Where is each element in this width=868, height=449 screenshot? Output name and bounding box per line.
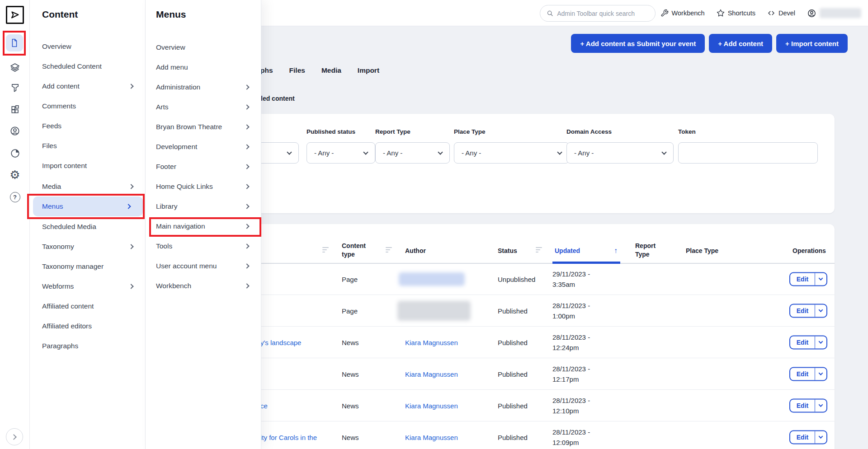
- edit-dropdown-toggle[interactable]: [815, 273, 826, 285]
- menu-item-bryan-brown-theatre[interactable]: Bryan Brown Theatre: [146, 117, 261, 137]
- sort-lines-icon[interactable]: [386, 247, 392, 253]
- content-title-link[interactable]: ity for Carols in the: [260, 433, 317, 441]
- subtab-scheduled-content-partial[interactable]: led content: [261, 95, 295, 102]
- column-header-status[interactable]: Status: [498, 247, 517, 255]
- content-menu-panel: Content Overview Scheduled Content Add c…: [30, 0, 146, 449]
- edit-split-button[interactable]: Edit: [789, 398, 827, 412]
- edit-split-button[interactable]: Edit: [789, 304, 827, 318]
- menu-item-media[interactable]: Media: [30, 177, 146, 196]
- menu-item-webforms[interactable]: Webforms: [30, 276, 146, 296]
- edit-dropdown-toggle[interactable]: [815, 368, 826, 380]
- rail-settings-button[interactable]: ⚙: [9, 169, 21, 181]
- menu-item-scheduled-content[interactable]: Scheduled Content: [30, 56, 146, 76]
- menu-item-overview[interactable]: Overview: [30, 37, 146, 56]
- column-header-place-type[interactable]: Place Type: [686, 247, 718, 255]
- menu-item-home-quick-links[interactable]: Home Quick Links: [146, 177, 261, 196]
- user-account-menu[interactable]: [807, 8, 861, 18]
- author-link[interactable]: Kiara Magnussen: [405, 370, 458, 378]
- menu-item-administration[interactable]: Administration: [146, 77, 261, 97]
- edit-split-button[interactable]: Edit: [789, 367, 827, 381]
- column-header-author[interactable]: Author: [405, 247, 426, 255]
- report-type-select[interactable]: - Any -: [375, 142, 450, 164]
- content-title-link[interactable]: ce: [260, 402, 268, 409]
- rail-structure-button[interactable]: [9, 62, 21, 74]
- rail-help-button[interactable]: ?: [9, 191, 21, 203]
- menu-item-arts[interactable]: Arts: [146, 97, 261, 117]
- menu-item-menus[interactable]: Menus: [33, 196, 143, 216]
- author-link[interactable]: Kiara Magnussen: [405, 433, 458, 441]
- menu-item-comments[interactable]: Comments: [30, 96, 146, 116]
- menu-item-footer[interactable]: Footer: [146, 157, 261, 177]
- rail-content-button[interactable]: [6, 34, 23, 51]
- sidebar-expand-button[interactable]: [6, 428, 23, 445]
- menu-item-paragraphs[interactable]: Paragraphs: [30, 336, 146, 356]
- tab-media[interactable]: Media: [321, 66, 341, 75]
- workbench-link[interactable]: Workbench: [660, 9, 705, 17]
- edit-dropdown-toggle[interactable]: [815, 304, 826, 317]
- edit-label[interactable]: Edit: [790, 399, 815, 412]
- menu-item-label: Library: [156, 202, 177, 210]
- edit-split-button[interactable]: Edit: [789, 335, 827, 349]
- tab-paragraphs-partial[interactable]: phs: [260, 66, 273, 75]
- panel-title: Content: [42, 9, 78, 20]
- edit-split-button[interactable]: Edit: [789, 430, 827, 444]
- rail-reports-button[interactable]: [9, 147, 21, 159]
- site-logo[interactable]: [6, 6, 24, 24]
- rail-people-button[interactable]: [9, 125, 21, 137]
- menu-item-import-content[interactable]: Import content: [30, 156, 146, 176]
- edit-label[interactable]: Edit: [790, 431, 815, 443]
- sort-lines-icon[interactable]: [536, 247, 542, 253]
- menu-item-user-account-menu[interactable]: User account menu: [146, 256, 261, 276]
- edit-label[interactable]: Edit: [790, 368, 815, 380]
- rail-extend-button[interactable]: [9, 103, 21, 115]
- author-link[interactable]: Kiara Magnussen: [405, 338, 458, 346]
- shortcuts-link[interactable]: Shortcuts: [717, 9, 755, 17]
- edit-label[interactable]: Edit: [790, 273, 815, 285]
- updated-date: 28/11/2023 -: [552, 365, 590, 373]
- search-input[interactable]: [557, 10, 649, 17]
- edit-dropdown-toggle[interactable]: [815, 336, 826, 348]
- edit-split-button[interactable]: Edit: [789, 272, 827, 286]
- column-header-content-type[interactable]: Content type: [342, 242, 372, 259]
- menu-item-add-menu[interactable]: Add menu: [146, 57, 261, 77]
- menu-item-files[interactable]: Files: [30, 136, 146, 156]
- menu-item-affiliated-editors[interactable]: Affiliated editors: [30, 316, 146, 336]
- sort-lines-icon[interactable]: [322, 247, 329, 253]
- admin-quick-search[interactable]: [540, 5, 656, 22]
- edit-label[interactable]: Edit: [790, 336, 815, 348]
- menu-item-development[interactable]: Development: [146, 137, 261, 157]
- menu-item-feeds[interactable]: Feeds: [30, 116, 146, 136]
- menu-item-menus-overview[interactable]: Overview: [146, 37, 261, 57]
- wrench-icon: [660, 9, 669, 17]
- menu-item-label: Footer: [156, 163, 176, 171]
- author-link[interactable]: Kiara Magnussen: [405, 402, 458, 409]
- content-title-link[interactable]: y's landscape: [260, 338, 301, 346]
- tab-import[interactable]: Import: [358, 66, 379, 75]
- devel-link[interactable]: Devel: [767, 9, 795, 17]
- add-content-button[interactable]: + Add content: [709, 34, 772, 53]
- tab-files[interactable]: Files: [289, 66, 305, 75]
- menu-item-tools[interactable]: Tools: [146, 236, 261, 256]
- edit-dropdown-toggle[interactable]: [815, 431, 826, 443]
- menu-item-library[interactable]: Library: [146, 196, 261, 216]
- menu-item-main-navigation[interactable]: Main navigation: [146, 216, 261, 236]
- menu-item-affiliated-content[interactable]: Affiliated content: [30, 296, 146, 316]
- edit-dropdown-toggle[interactable]: [815, 399, 826, 412]
- menu-item-taxonomy-manager[interactable]: Taxonomy manager: [30, 257, 146, 276]
- column-header-updated[interactable]: Updated: [555, 247, 580, 255]
- menu-item-add-content[interactable]: Add content: [30, 76, 146, 96]
- import-content-button[interactable]: + Import content: [776, 34, 848, 53]
- place-type-select[interactable]: - Any -: [454, 142, 569, 164]
- menu-item-workbench[interactable]: Workbench: [146, 276, 261, 296]
- menu-item-scheduled-media[interactable]: Scheduled Media: [30, 217, 146, 237]
- add-content-as-submit-event-button[interactable]: + Add content as Submit your event: [571, 34, 705, 53]
- token-input[interactable]: [678, 142, 818, 164]
- sort-ascending-arrow-icon[interactable]: ↑: [614, 247, 618, 255]
- domain-access-select[interactable]: - Any -: [566, 142, 674, 164]
- chevron-right-icon: [244, 243, 249, 248]
- column-header-report-type[interactable]: Report Type: [635, 242, 660, 259]
- edit-label[interactable]: Edit: [790, 304, 815, 317]
- menu-item-taxonomy[interactable]: Taxonomy: [30, 237, 146, 257]
- published-status-select[interactable]: - Any -: [307, 142, 375, 164]
- rail-appearance-button[interactable]: [9, 82, 21, 94]
